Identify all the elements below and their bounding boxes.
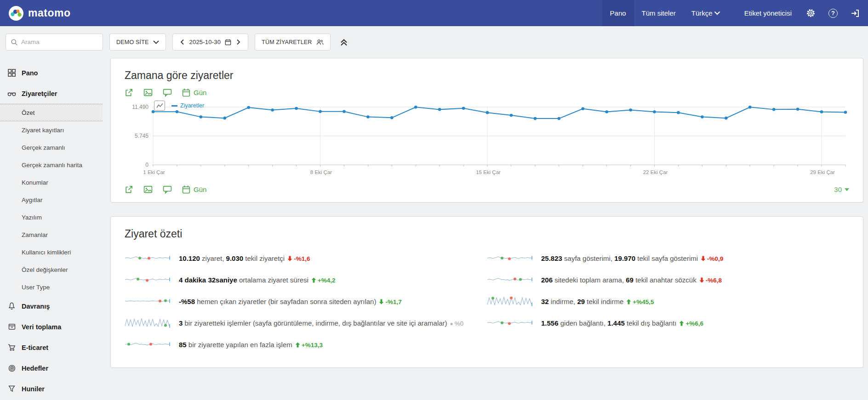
stat-row: 10.120 ziyaret, 9.030 tekil ziyaretçi-%1… — [125, 251, 487, 265]
chart-type-selector-icon[interactable] — [154, 101, 165, 111]
nav-item-pano[interactable]: Pano — [602, 0, 634, 26]
annotation-icon[interactable] — [163, 185, 172, 194]
sparkline[interactable] — [125, 252, 171, 265]
sidebar-item-gercek-zamanli[interactable]: Gerçek zamanlı — [0, 139, 105, 156]
stat-value: -%58 — [179, 298, 195, 305]
date-next-icon[interactable] — [235, 39, 241, 45]
sidebar-item-gercek-zamanli-harita[interactable]: Gerçek zamanlı harita — [0, 156, 105, 174]
matomo-brand[interactable]: matomo — [0, 0, 70, 26]
visits-line-chart[interactable]: 11.4905.74501 Eki Çar8 Eki Çar15 Eki Çar… — [125, 101, 849, 180]
annotation-icon[interactable] — [163, 88, 172, 97]
trend-badge: ●%0 — [450, 320, 464, 327]
stat-value: 10.120 — [179, 254, 200, 262]
sparkline[interactable] — [487, 252, 533, 265]
legend-dash-icon — [171, 105, 177, 107]
legend-item-ziyaretler[interactable]: Ziyaretler — [171, 102, 204, 109]
sidebar-item-ozet[interactable]: Özet — [0, 104, 103, 121]
row-limit-value: 30 — [834, 186, 842, 193]
dashboard-icon — [7, 69, 16, 77]
trend-badge: -%6,8 — [699, 277, 722, 284]
stat-value: 9.030 — [226, 254, 244, 262]
trend-value: %0 — [455, 320, 464, 327]
sidebar-item-user-type[interactable]: User Type — [0, 278, 105, 296]
export-icon[interactable] — [125, 88, 133, 97]
trend-down-icon — [699, 277, 706, 284]
segment-selector-button[interactable]: TÜM ZİYARETLER — [255, 34, 331, 51]
calendar-icon — [225, 39, 231, 45]
stat-label: tekil ziyaretçi — [243, 254, 285, 262]
stat-value: 4 dakika 32saniye — [179, 276, 237, 284]
trend-badge: -%1,7 — [379, 299, 401, 305]
trend-badge: +%13,3 — [295, 342, 323, 349]
visit-summary-card: Ziyaret özeti 10.120 ziyaret, 9.030 teki… — [110, 216, 863, 368]
signout-icon[interactable] — [844, 0, 868, 26]
collapse-header-icon[interactable] — [340, 38, 348, 46]
svg-text:15 Eki Çar: 15 Eki Çar — [476, 169, 501, 175]
sidebar-item-e-ticaret[interactable]: E-ticaret — [0, 337, 105, 358]
sidebar-item-label: Ziyaretçiler — [22, 90, 57, 97]
trend-value: -%6,8 — [706, 277, 722, 284]
stat-label: tekil indirme — [585, 298, 623, 305]
stat-row: 85 bir ziyarette yapılan en fazla işlem+… — [125, 338, 487, 351]
date-prev-icon[interactable] — [179, 39, 185, 45]
trend-badge: +%45,5 — [626, 299, 654, 305]
sparkline[interactable] — [125, 338, 171, 351]
sidebar-menu: PanoZiyaretçilerÖzetZiyaret kayıtlarıGer… — [0, 57, 105, 399]
sidebar-item-davranis[interactable]: Davranış — [0, 296, 105, 316]
sidebar-item-ziyaret-kayitlari[interactable]: Ziyaret kayıtları — [0, 121, 105, 139]
site-selector-button[interactable]: DEMO SİTE — [109, 34, 166, 51]
funnel-icon — [7, 385, 16, 392]
period-selector[interactable]: Gün — [182, 88, 206, 97]
export-icon[interactable] — [125, 185, 133, 194]
sparkline[interactable] — [487, 273, 533, 286]
nav-item-label: Etiket yöneticisi — [744, 9, 792, 17]
image-icon[interactable] — [143, 88, 153, 97]
trend-value: +%45,5 — [633, 299, 654, 305]
sidebar-item-yazilim[interactable]: Yazılım — [0, 208, 105, 226]
navbar-menu: Pano Tüm siteler Türkçe Etiket yöneticis… — [602, 0, 868, 26]
sidebar-item-kullanici-kimlikleri[interactable]: Kullanıcı kimlikleri — [0, 243, 105, 261]
target-icon — [7, 365, 16, 372]
nav-item-all-sites[interactable]: Tüm siteler — [634, 0, 684, 26]
stat-text: 32 indirme, 29 tekil indirme+%45,5 — [541, 298, 654, 305]
stat-value: 1.445 — [607, 319, 625, 327]
sidebar-item-zamanlar[interactable]: Zamanlar — [0, 226, 105, 243]
sidebar-item-pano[interactable]: Pano — [0, 62, 105, 83]
help-icon[interactable]: ? — [822, 0, 844, 26]
search-input[interactable] — [21, 39, 90, 45]
sidebar-item-aygitlar[interactable]: Aygıtlar — [0, 191, 105, 208]
chart-toolbar-top: Gün — [125, 88, 849, 97]
nav-item-language[interactable]: Türkçe — [684, 0, 728, 26]
nav-item-tag-manager[interactable]: Etiket yöneticisi — [737, 0, 799, 26]
period-selector[interactable]: Gün — [182, 185, 206, 194]
sidebar-item-ziyaretciler[interactable]: Ziyaretçiler — [0, 83, 105, 104]
sidebar-item-veri-toplama[interactable]: Veri toplama — [0, 316, 105, 337]
stat-text: 85 bir ziyarette yapılan en fazla işlem+… — [179, 341, 323, 349]
image-icon[interactable] — [143, 185, 153, 194]
trend-up-icon — [311, 277, 318, 284]
stat-row: 25.823 sayfa gösterimi, 19.970 tekil say… — [487, 251, 849, 265]
sidebar-item-label: Kullanıcı kimlikleri — [22, 249, 71, 256]
sparkline[interactable] — [125, 273, 171, 286]
stat-text: 1.556 giden bağlantı, 1.445 tekil dış ba… — [541, 319, 703, 327]
sparkline[interactable] — [487, 295, 533, 308]
date-range-picker[interactable]: 2025-10-30 — [172, 34, 249, 51]
sidebar-item-hedefler[interactable]: Hedefler — [0, 358, 105, 378]
cart-icon — [7, 344, 16, 351]
sidebar-item-ozel-degiskenler[interactable]: Özel değişkenler — [0, 261, 105, 278]
sidebar-item-konumlar[interactable]: Konumlar — [0, 174, 105, 191]
summary-card-title: Ziyaret özeti — [125, 228, 849, 240]
sparkline[interactable] — [125, 316, 171, 329]
sparkline[interactable] — [487, 316, 533, 329]
sparkline[interactable] — [125, 295, 171, 308]
stat-value: 32 — [541, 298, 549, 305]
sidebar-item-huniler[interactable]: Huniler — [0, 378, 105, 399]
search-box[interactable] — [6, 34, 103, 51]
settings-gear-icon[interactable] — [799, 0, 822, 26]
matomo-logo-icon — [8, 6, 24, 21]
svg-text:5.745: 5.745 — [135, 133, 148, 139]
chart-card-title: Zamana göre ziyaretler — [125, 69, 849, 82]
row-limit-selector[interactable]: 30 — [834, 186, 849, 193]
sidebar-item-label: Veri toplama — [22, 323, 61, 331]
legend-label: Ziyaretler — [180, 102, 204, 109]
